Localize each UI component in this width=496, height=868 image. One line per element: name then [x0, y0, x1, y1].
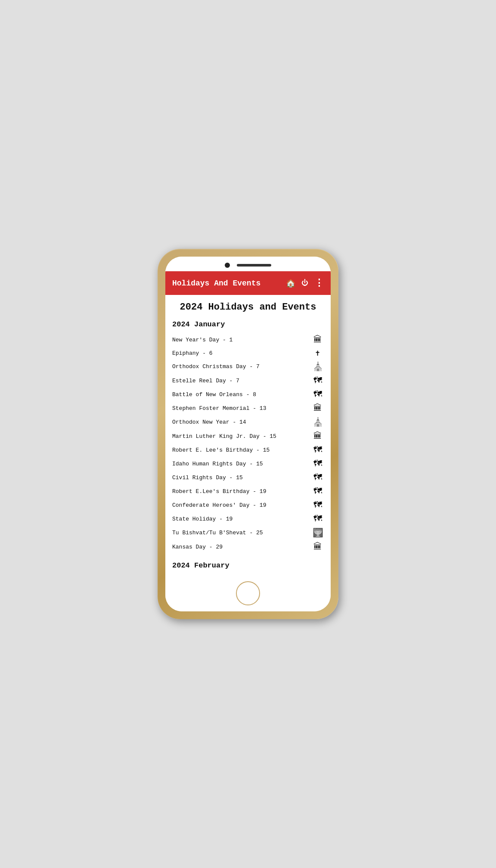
event-row[interactable]: Confederate Heroes' Day - 19🗺	[172, 498, 324, 512]
event-name: Battle of New Orleans - 8	[172, 391, 308, 398]
event-type-icon: 🏛	[312, 542, 324, 552]
event-type-icon: 🗺	[312, 500, 324, 510]
month-header-0: 2024 January	[172, 320, 324, 329]
scroll-content[interactable]: 2024 Holidays and Events 2024 JanuaryNew…	[165, 295, 331, 575]
event-type-icon: 🗺	[312, 514, 324, 524]
event-type-icon: ⛪	[312, 361, 324, 372]
home-button[interactable]	[236, 581, 260, 605]
event-type-icon: 🗺	[312, 486, 324, 496]
event-name: Epiphany - 6	[172, 350, 308, 356]
event-type-icon: 🏛	[312, 335, 324, 345]
event-type-icon: 🏛	[312, 431, 324, 441]
phone-bottom	[165, 575, 331, 611]
event-row[interactable]: Estelle Reel Day - 7🗺	[172, 374, 324, 388]
event-name: Stephen Foster Memorial - 13	[172, 405, 308, 412]
event-name: Orthodox New Year - 14	[172, 419, 308, 425]
event-row[interactable]: Battle of New Orleans - 8🗺	[172, 388, 324, 401]
event-name: Robert E.Lee's Birthday - 19	[172, 488, 308, 495]
event-type-icon: 🗺	[312, 445, 324, 455]
event-type-icon: ✝	[312, 348, 324, 358]
power-icon[interactable]: ⏻	[301, 279, 308, 287]
event-row[interactable]: Kansas Day - 29🏛	[172, 540, 324, 554]
event-name: Estelle Reel Day - 7	[172, 378, 308, 384]
event-type-icon: 🗺	[312, 472, 324, 483]
menu-icon[interactable]: ⋮	[314, 277, 324, 289]
phone-frame: Holidays And Events 🏠 ⏻ ⋮ 2024 Holidays …	[158, 249, 338, 619]
event-name: Robert E. Lee's Birthday - 15	[172, 447, 308, 453]
phone-screen: Holidays And Events 🏠 ⏻ ⋮ 2024 Holidays …	[165, 257, 331, 611]
event-name: Orthodox Christmas Day - 7	[172, 363, 308, 370]
event-type-icon: ⛪	[312, 417, 324, 428]
sections-container: 2024 JanuaryNew Year's Day - 1🏛Epiphany …	[172, 320, 324, 575]
event-name: New Year's Day - 1	[172, 337, 308, 343]
event-row[interactable]: Orthodox New Year - 14⛪	[172, 415, 324, 429]
event-row[interactable]: Idaho Human Rights Day - 15🗺	[172, 457, 324, 471]
month-header-1: 2024 February	[172, 561, 324, 570]
event-row[interactable]: New Year's Day - 1🏛	[172, 333, 324, 347]
phone-top-bar	[165, 257, 331, 271]
home-icon[interactable]: 🏠	[286, 279, 295, 288]
event-name: Martin Luther King Jr. Day - 15	[172, 433, 308, 440]
event-type-icon: 🕎	[312, 527, 324, 538]
event-name: Kansas Day - 29	[172, 544, 308, 550]
event-row[interactable]: Civil Rights Day - 15🗺	[172, 471, 324, 484]
page-title: 2024 Holidays and Events	[172, 302, 324, 313]
event-name: Civil Rights Day - 15	[172, 474, 308, 481]
event-row[interactable]: Tu Bishvat/Tu B'Shevat - 25🕎	[172, 526, 324, 540]
event-name: State Holiday - 19	[172, 516, 308, 522]
event-row[interactable]: Epiphany - 6✝	[172, 347, 324, 360]
event-type-icon: 🗺	[312, 459, 324, 469]
event-type-icon: 🗺	[312, 375, 324, 386]
event-type-icon: 🗺	[312, 389, 324, 400]
event-row[interactable]: Robert E. Lee's Birthday - 15🗺	[172, 443, 324, 457]
event-type-icon: 🏛	[312, 403, 324, 413]
event-row[interactable]: Robert E.Lee's Birthday - 19🗺	[172, 484, 324, 498]
speaker-bar	[237, 264, 271, 267]
header-icons: 🏠 ⏻ ⋮	[286, 277, 324, 289]
event-name: Confederate Heroes' Day - 19	[172, 502, 308, 508]
event-row[interactable]: Martin Luther King Jr. Day - 15🏛	[172, 429, 324, 443]
event-name: Tu Bishvat/Tu B'Shevat - 25	[172, 530, 308, 536]
app-title: Holidays And Events	[172, 279, 260, 288]
event-row[interactable]: Orthodox Christmas Day - 7⛪	[172, 360, 324, 374]
event-row[interactable]: Stephen Foster Memorial - 13🏛	[172, 401, 324, 415]
event-name: Idaho Human Rights Day - 15	[172, 461, 308, 467]
event-row[interactable]: State Holiday - 19🗺	[172, 512, 324, 526]
camera-dot	[225, 263, 230, 268]
app-header: Holidays And Events 🏠 ⏻ ⋮	[165, 271, 331, 295]
